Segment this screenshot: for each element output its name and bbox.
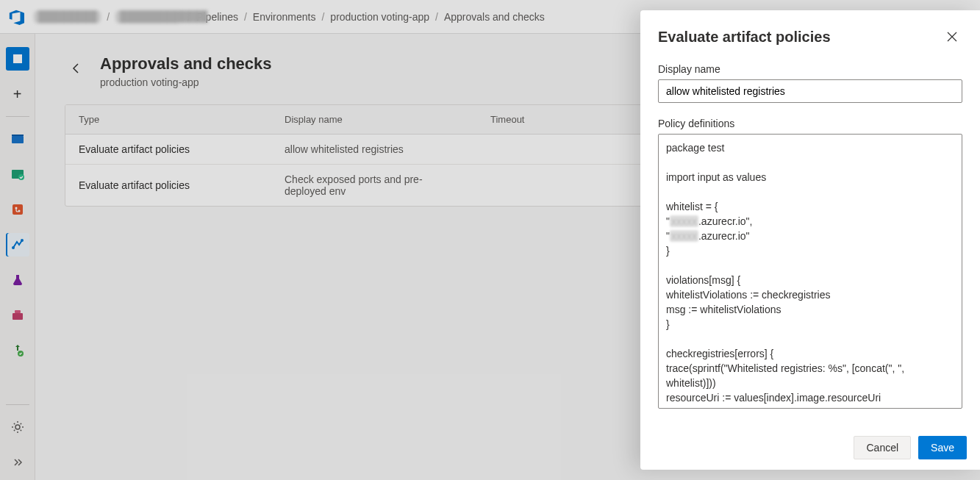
save-button[interactable]: Save <box>918 436 967 459</box>
policy-definitions-editor[interactable]: package testimport input as valueswhitel… <box>658 134 962 409</box>
close-icon <box>947 32 957 42</box>
display-name-label: Display name <box>658 63 962 75</box>
edit-policy-panel: Evaluate artifact policies Display name … <box>640 10 980 470</box>
cancel-button[interactable]: Cancel <box>854 436 911 459</box>
display-name-input[interactable] <box>658 79 962 103</box>
panel-title: Evaluate artifact policies <box>658 29 831 46</box>
close-button[interactable] <box>942 26 962 47</box>
policy-definitions-label: Policy definitions <box>658 118 962 129</box>
